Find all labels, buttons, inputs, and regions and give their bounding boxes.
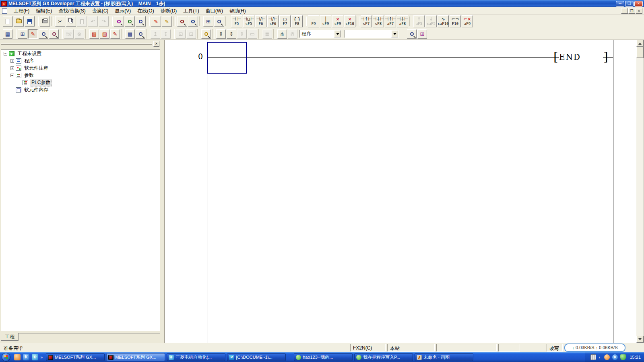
- pulse-rise-parallel-aF7-button[interactable]: ⊣↑⊢aF7: [385, 15, 396, 27]
- ladder-editor[interactable]: 0 [ END ]: [165, 40, 636, 343]
- tab-project[interactable]: 工程: [1, 333, 19, 341]
- pulse-fall-parallel-aF8-button[interactable]: ⊣↓⊢aF8: [397, 15, 408, 27]
- menu-tools[interactable]: 工具(T): [180, 7, 202, 15]
- window-previous-button[interactable]: ⊡: [176, 29, 186, 39]
- program-check-button[interactable]: ▩: [125, 29, 135, 39]
- expander-parameter[interactable]: −: [10, 74, 14, 77]
- quicklaunch-kugou[interactable]: K: [23, 354, 29, 360]
- taskbar-task-2[interactable]: MELSOFT系列 GX...: [106, 353, 165, 361]
- contact-open-F5-button[interactable]: ⊣ ⊢F5: [231, 15, 242, 27]
- project-data-list-button[interactable]: ⊞: [18, 29, 27, 39]
- redo-button[interactable]: ↷: [99, 16, 109, 27]
- mdi-close-button[interactable]: ×: [636, 8, 642, 14]
- find-device-button[interactable]: [114, 16, 124, 27]
- scroll-down-button[interactable]: [636, 336, 644, 343]
- ladder-edit-button[interactable]: ▨: [100, 29, 109, 39]
- tree-item-device-comment[interactable]: +软元件注释: [1, 64, 160, 72]
- minimize-button[interactable]: ─: [616, 1, 624, 7]
- quicklaunch-player[interactable]: [14, 354, 21, 360]
- menu-help[interactable]: 帮助(H): [226, 7, 249, 15]
- print-button[interactable]: [40, 16, 50, 27]
- menu-convert[interactable]: 变换(C): [89, 7, 112, 15]
- hline-delete-cF9-button[interactable]: ×cF9: [332, 15, 343, 27]
- circuit-search-button[interactable]: [177, 16, 187, 27]
- monitor-write-mode-button[interactable]: [49, 29, 59, 39]
- quicklaunch-chevron-icon[interactable]: »: [40, 355, 43, 360]
- scroll-up-button[interactable]: [636, 40, 644, 47]
- undo-button[interactable]: ↶: [88, 16, 98, 27]
- menu-online[interactable]: 在线(O): [134, 7, 157, 15]
- tree-item-device-memory[interactable]: 软元件内存: [1, 86, 160, 93]
- device-test-button[interactable]: ▧: [89, 29, 99, 39]
- program-combo[interactable]: 程序: [299, 30, 341, 38]
- window-next-button[interactable]: ⊡: [186, 29, 196, 39]
- cut-button[interactable]: ✂: [55, 16, 65, 27]
- project-tree-toggle-button[interactable]: ⊞: [417, 29, 427, 39]
- copy-button[interactable]: [66, 16, 76, 27]
- vline-sF9-button[interactable]: │sF9: [320, 15, 331, 27]
- tray-kugou-icon[interactable]: K: [612, 354, 618, 360]
- tray-360-icon[interactable]: [604, 354, 610, 360]
- tray-chevron-icon[interactable]: ‹: [599, 354, 602, 360]
- read-mode-button[interactable]: [39, 29, 48, 39]
- monitor-start-button[interactable]: ↥: [151, 29, 160, 39]
- transfer-setup-button[interactable]: ⊗: [74, 29, 84, 39]
- branch-delete-aF9-button[interactable]: ⌐×aF9: [462, 15, 473, 27]
- coil-search-button[interactable]: [188, 16, 198, 27]
- find-string-button[interactable]: [136, 16, 146, 27]
- restore-button[interactable]: ❐: [625, 1, 634, 7]
- row-insert-button[interactable]: ⇕: [216, 29, 226, 39]
- start-button[interactable]: [2, 353, 10, 362]
- find-instruction-button[interactable]: [125, 16, 135, 27]
- expander-program[interactable]: +: [10, 59, 14, 63]
- statement-edit-button[interactable]: ✎: [162, 16, 172, 27]
- taskbar-task-6[interactable]: 我在把程序写入P...: [354, 353, 413, 361]
- statement-list-button[interactable]: ≣: [262, 29, 272, 39]
- menu-edit[interactable]: 编辑(E): [33, 7, 55, 15]
- coil-F7-button[interactable]: ○F7: [279, 15, 291, 27]
- write-mode-button[interactable]: ✎: [28, 29, 38, 39]
- taskbar-task-1[interactable]: MELSOFT系列 GX...: [46, 353, 105, 361]
- branch-display-a-button[interactable]: ⋔: [277, 29, 287, 39]
- branch-display-b-button[interactable]: ⋒: [288, 29, 297, 39]
- invert-caF10-button[interactable]: ∿caF10: [438, 15, 449, 27]
- pulse-rise-sF7-button[interactable]: ⊣↑⊢sF7: [361, 15, 372, 27]
- contact-close-F6-button[interactable]: ⊣∕⊢F6: [255, 15, 266, 27]
- monitor-stop-button[interactable]: ↧: [161, 29, 171, 39]
- screen-switch-button[interactable]: ⊞: [203, 16, 213, 27]
- fall-caF5-button[interactable]: ↓caF5: [425, 15, 437, 27]
- network-speed-widget[interactable]: ↓ 0.03KB/S ↑ 0.06KB/S: [564, 343, 625, 352]
- taskbar-task-5[interactable]: hao123--我的...: [294, 353, 353, 361]
- device-memory-button[interactable]: ▦: [3, 29, 12, 39]
- tree-item-program[interactable]: +程序: [1, 57, 160, 64]
- contact-close-parallel-sF6-button[interactable]: ⊣∕⊢sF6: [267, 15, 279, 27]
- menu-project[interactable]: 工程(F): [10, 7, 33, 15]
- panel-drag-grip[interactable]: [1, 43, 152, 45]
- vline-delete-cF10-button[interactable]: ×cF10: [344, 15, 355, 27]
- expander-project-root[interactable]: −: [4, 52, 7, 56]
- menu-view[interactable]: 显示(V): [111, 7, 134, 15]
- tray-shield-icon[interactable]: [620, 354, 626, 360]
- chevron-down-icon[interactable]: [391, 30, 398, 37]
- panel-close-button[interactable]: ×: [153, 41, 159, 47]
- document-search-button[interactable]: [407, 29, 417, 39]
- open-project-button[interactable]: [14, 16, 24, 27]
- branch-F10-button[interactable]: ⌐¬F10: [450, 15, 461, 27]
- tree-item-parameter[interactable]: −参数: [1, 72, 160, 79]
- taskbar-task-7[interactable]: 未命名 - 画图: [415, 353, 473, 361]
- tray-keyboard-icon[interactable]: [590, 354, 596, 360]
- mdi-restore-button[interactable]: ❐: [628, 8, 635, 14]
- ladder-cursor-cell[interactable]: [207, 42, 247, 74]
- panel-splitter[interactable]: [164, 40, 165, 343]
- mdi-document-icon[interactable]: [2, 8, 7, 14]
- save-project-button[interactable]: [25, 16, 35, 27]
- close-button[interactable]: ×: [634, 1, 643, 7]
- hline-F9-button[interactable]: ─F9: [308, 15, 319, 27]
- taskbar-task-4[interactable]: P[C:\DOCUME~1\...: [227, 353, 286, 361]
- rise-aF5-button[interactable]: ↑aF5: [413, 15, 425, 27]
- expander-device-comment[interactable]: +: [10, 66, 14, 70]
- row-delete-button[interactable]: ⇕: [227, 29, 236, 39]
- menu-diagnostics[interactable]: 诊断(D): [157, 7, 180, 15]
- instruction-F8-button[interactable]: { }F8: [291, 15, 303, 27]
- column-insert-button[interactable]: ⇕: [237, 29, 247, 39]
